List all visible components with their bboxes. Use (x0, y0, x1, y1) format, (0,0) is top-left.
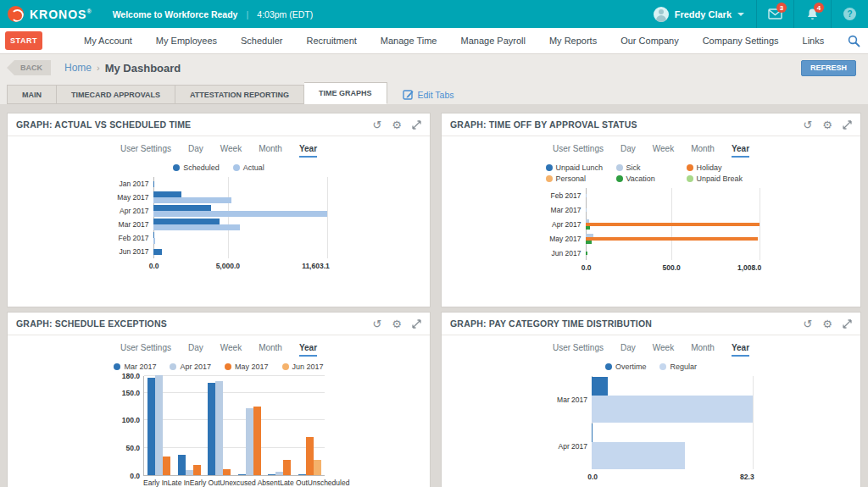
nav-item-company-settings[interactable]: Company Settings (691, 36, 791, 46)
bar-scheduled (153, 219, 220, 224)
legend-item-overtime[interactable]: Overtime (605, 362, 647, 371)
control-year[interactable]: Year (299, 144, 317, 158)
reset-icon[interactable]: ↺ (803, 119, 812, 130)
nav-item-links[interactable]: Links (791, 36, 837, 46)
control-week[interactable]: Week (220, 343, 242, 357)
category-label: Jun 2017 (543, 249, 586, 257)
nav-item-scheduler[interactable]: Scheduler (229, 36, 295, 46)
x-tick-label: 5,000.0 (216, 262, 240, 270)
breadcrumb-home[interactable]: Home (64, 62, 92, 74)
legend-dot (616, 175, 623, 182)
gear-icon[interactable]: ⚙ (392, 119, 402, 130)
gridline (753, 376, 754, 469)
legend-dot (687, 175, 693, 182)
control-user-settings[interactable]: User Settings (120, 144, 171, 158)
gear-icon[interactable]: ⚙ (822, 119, 832, 130)
control-month[interactable]: Month (259, 144, 282, 158)
legend-item-personal[interactable]: Personal (546, 174, 616, 183)
control-month[interactable]: Month (259, 343, 282, 357)
legend-label: Unpaid Lunch (556, 163, 604, 172)
bar-apr-2017 (275, 472, 283, 475)
legend-dot (170, 363, 176, 370)
control-week[interactable]: Week (653, 144, 674, 158)
x-axis: Early InLate InEarly OutUnexcused Absent… (143, 479, 325, 487)
gear-icon[interactable]: ⚙ (392, 318, 402, 329)
mail-button[interactable]: 3 (756, 0, 793, 28)
expand-icon[interactable] (843, 120, 852, 130)
control-user-settings[interactable]: User Settings (553, 343, 604, 357)
nav-item-our-company[interactable]: Our Company (609, 36, 690, 46)
nav-item-my-account[interactable]: My Account (72, 36, 144, 46)
edit-tabs-button[interactable]: Edit Tabs (403, 89, 454, 100)
nav-item-manage-payroll[interactable]: Manage Payroll (449, 36, 537, 46)
bar-overtime (592, 377, 608, 396)
category-label: Early In (143, 479, 168, 487)
control-year[interactable]: Year (732, 343, 749, 357)
kronos-logo[interactable]: KRONOS® (0, 6, 104, 22)
y-tick-label: 100.0 (122, 416, 140, 424)
back-button[interactable]: BACK (7, 60, 51, 75)
control-year[interactable]: Year (299, 343, 317, 357)
x-tick-label: 0.0 (581, 263, 592, 272)
chart-row: Jun 2017 (543, 246, 760, 260)
bar-group (204, 376, 235, 475)
refresh-button[interactable]: REFRESH (801, 60, 856, 76)
control-month[interactable]: Month (691, 343, 715, 357)
gear-icon[interactable]: ⚙ (822, 318, 832, 329)
search-icon (848, 35, 860, 47)
dashboard-content: GRAPH: ACTUAL VS SCHEDULED TIME ↺ ⚙ User… (0, 104, 868, 483)
legend-item-actual[interactable]: Actual (233, 163, 264, 172)
control-day[interactable]: Day (620, 144, 636, 158)
nav-item-my-employees[interactable]: My Employees (144, 36, 229, 46)
legend-item-unpaid-lunch[interactable]: Unpaid Lunch (546, 163, 616, 172)
legend-item-scheduled[interactable]: Scheduled (173, 163, 220, 172)
user-name: Freddy Clark (675, 9, 732, 19)
nav-item-manage-time[interactable]: Manage Time (369, 36, 449, 46)
bar-group (153, 249, 327, 255)
control-user-settings[interactable]: User Settings (553, 144, 604, 158)
search-button[interactable] (836, 35, 868, 47)
panel-actual-vs-scheduled: GRAPH: ACTUAL VS SCHEDULED TIME ↺ ⚙ User… (7, 113, 431, 307)
start-button[interactable]: START (5, 31, 42, 50)
reset-icon[interactable]: ↺ (372, 119, 381, 130)
help-button[interactable]: ? (831, 0, 868, 28)
chart-legend: Mar 2017Apr 2017May 2017Jun 2017 (8, 362, 430, 371)
control-day[interactable]: Day (620, 343, 636, 357)
legend-item-unpaid-break[interactable]: Unpaid Break (687, 174, 757, 183)
nav-item-my-reports[interactable]: My Reports (537, 36, 609, 46)
control-user-settings[interactable]: User Settings (120, 343, 171, 357)
category-label: May 2017 (543, 235, 586, 243)
legend-item-may-2017[interactable]: May 2017 (225, 362, 269, 371)
legend-item-mar-2017[interactable]: Mar 2017 (114, 362, 156, 371)
legend-label: Personal (556, 174, 587, 183)
control-day[interactable]: Day (188, 144, 203, 158)
control-year[interactable]: Year (732, 144, 749, 158)
control-day[interactable]: Day (188, 343, 203, 357)
user-menu[interactable]: Freddy Clark (642, 7, 756, 22)
alerts-button[interactable]: 4 (793, 0, 831, 28)
chart-row: Apr 2017 (111, 204, 327, 218)
legend-item-holiday[interactable]: Holiday (687, 163, 757, 172)
expand-icon[interactable] (412, 120, 421, 130)
control-week[interactable]: Week (220, 144, 242, 158)
bar-may-2017 (163, 457, 170, 475)
tab-main[interactable]: MAIN (7, 85, 57, 104)
tab-timecard-approvals[interactable]: TIMECARD APPROVALS (57, 85, 175, 104)
control-week[interactable]: Week (653, 343, 674, 357)
alerts-badge: 4 (814, 3, 824, 13)
tab-time-graphs[interactable]: TIME GRAPHS (304, 82, 387, 104)
tab-attestation-reporting[interactable]: ATTESTATION REPORTING (175, 85, 304, 104)
legend-item-vacation[interactable]: Vacation (616, 174, 687, 183)
expand-icon[interactable] (412, 319, 421, 329)
control-month[interactable]: Month (691, 144, 715, 158)
legend-item-sick[interactable]: Sick (616, 163, 687, 172)
expand-icon[interactable] (843, 319, 852, 329)
legend-item-jun-2017[interactable]: Jun 2017 (282, 362, 324, 371)
reset-icon[interactable]: ↺ (372, 318, 381, 329)
nav-item-recruitment[interactable]: Recruitment (295, 36, 369, 46)
bar-scheduled (153, 191, 182, 197)
legend-item-apr-2017[interactable]: Apr 2017 (170, 362, 211, 371)
bar-may-2017 (306, 437, 314, 475)
reset-icon[interactable]: ↺ (803, 318, 812, 329)
legend-item-regular[interactable]: Regular (659, 362, 697, 371)
